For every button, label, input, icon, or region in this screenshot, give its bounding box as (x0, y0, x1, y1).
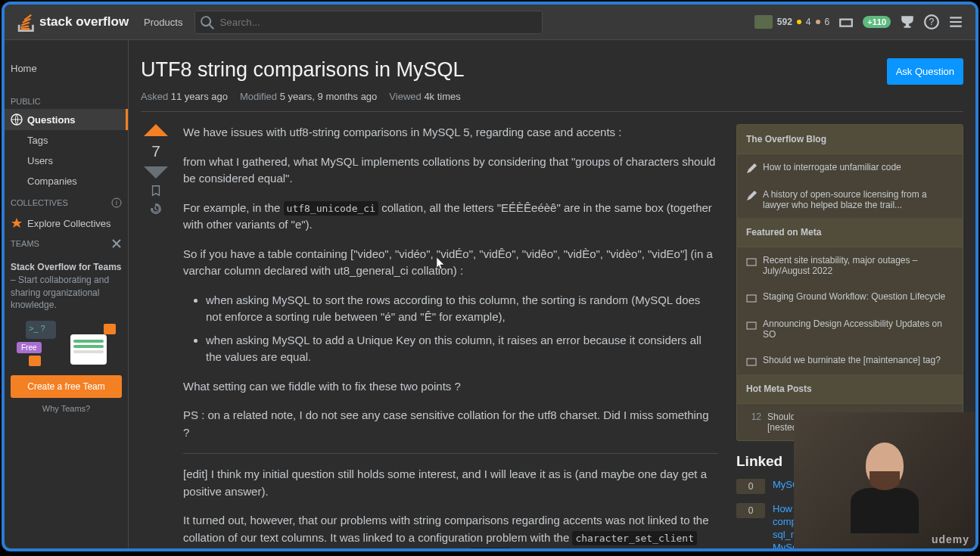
globe-icon (11, 113, 23, 126)
nav-users[interactable]: Users (5, 151, 128, 171)
products-link[interactable]: Products (144, 17, 182, 28)
svg-rect-8 (747, 359, 756, 365)
info-icon[interactable]: i (111, 197, 122, 208)
question-title: UTF8 string comparisons in MySQL (141, 58, 465, 82)
blog-link[interactable]: A history of open-source licensing from … (737, 182, 963, 218)
meta-icon (746, 256, 757, 267)
user-avatar-icon (754, 15, 773, 29)
topbar-right: 592 4 6 +110 ? (754, 14, 963, 30)
search-input[interactable] (194, 11, 543, 34)
vote-count: 7 (151, 142, 160, 160)
chat-bubble-icon (104, 324, 116, 334)
why-teams-link[interactable]: Why Teams? (5, 404, 128, 413)
chat-bubble-icon (29, 356, 41, 366)
nav-teams-header: TEAMS (11, 239, 39, 248)
nav-questions[interactable]: Questions (5, 109, 128, 130)
nav-tags[interactable]: Tags (5, 130, 128, 151)
question-stats: Asked 11 years ago Modified 5 years, 9 m… (141, 91, 963, 112)
link-score: 0 (736, 479, 765, 494)
link-score: 0 (736, 503, 765, 518)
close-icon[interactable] (111, 238, 122, 249)
upvote-button[interactable] (144, 124, 168, 136)
featured-meta-header: Featured on Meta (737, 218, 963, 247)
meta-icon (746, 356, 757, 367)
svg-text:?: ? (929, 17, 935, 27)
overflow-blog-header: The Overflow Blog (737, 125, 963, 154)
help-icon[interactable]: ? (924, 14, 939, 30)
search-container (194, 11, 543, 34)
webcam-overlay: udemy (794, 412, 975, 548)
meta-icon (746, 320, 757, 331)
nav-explore-collectives[interactable]: Explore Collectives (5, 214, 128, 232)
teams-promo: Stack Overflow for Teams – Start collabo… (11, 261, 122, 312)
reputation: 592 (777, 17, 792, 27)
pencil-icon (746, 163, 757, 174)
stackoverflow-icon (17, 12, 36, 32)
ask-question-button[interactable]: Ask Question (887, 58, 963, 85)
user-rep-block[interactable]: 592 4 6 (754, 15, 829, 29)
create-team-button[interactable]: Create a free Team (11, 375, 122, 398)
logo-text: stack overflow (39, 14, 129, 30)
nav-home[interactable]: Home (5, 58, 128, 79)
nav-collectives-header: COLLECTIVES (11, 198, 68, 207)
vote-column: 7 (141, 124, 171, 548)
bookmark-icon[interactable] (150, 185, 162, 197)
svg-rect-6 (747, 295, 756, 302)
gold-badge-icon (797, 20, 801, 24)
inbox-icon[interactable] (838, 14, 854, 30)
nav-companies[interactable]: Companies (5, 171, 128, 191)
meta-link[interactable]: Staging Ground Workflow: Question Lifecy… (737, 284, 963, 311)
achievements-icon[interactable] (900, 14, 915, 30)
stackoverflow-logo[interactable]: stack overflow (17, 12, 129, 32)
meta-icon (746, 293, 757, 303)
blog-link[interactable]: How to interrogate unfamiliar code (737, 154, 963, 182)
history-icon[interactable] (150, 203, 162, 215)
menu-icon[interactable] (948, 14, 963, 30)
topbar: stack overflow Products 592 4 6 +110 ? (5, 5, 975, 40)
meta-link[interactable]: Announcing Design Accessibility Updates … (737, 311, 963, 347)
free-badge: Free (17, 342, 42, 353)
teams-illustration: >_ ? Free (11, 321, 122, 366)
overflow-blog-box: The Overflow Blog How to interrogate unf… (736, 124, 963, 441)
svg-text:i: i (116, 199, 117, 207)
question-body: We have issues with utf8-string comparis… (183, 124, 718, 548)
svg-rect-7 (747, 322, 756, 329)
presenter-figure (851, 435, 919, 526)
nav-public-header: PUBLIC (5, 91, 128, 109)
search-icon (201, 16, 214, 30)
rep-change-badge[interactable]: +110 (863, 16, 891, 28)
svg-rect-5 (747, 259, 756, 266)
pencil-icon (746, 191, 757, 201)
meta-link[interactable]: Recent site instability, major outages –… (737, 247, 963, 284)
star-icon (11, 217, 23, 229)
downvote-button[interactable] (144, 166, 168, 179)
hot-meta-header: Hot Meta Posts (737, 374, 963, 404)
bronze-badge-icon (816, 20, 820, 24)
left-sidebar: Home PUBLIC Questions Tags Users Compani… (5, 40, 129, 548)
udemy-watermark: udemy (932, 533, 969, 545)
meta-link[interactable]: Should we burninate the [maintenance] ta… (737, 347, 963, 374)
